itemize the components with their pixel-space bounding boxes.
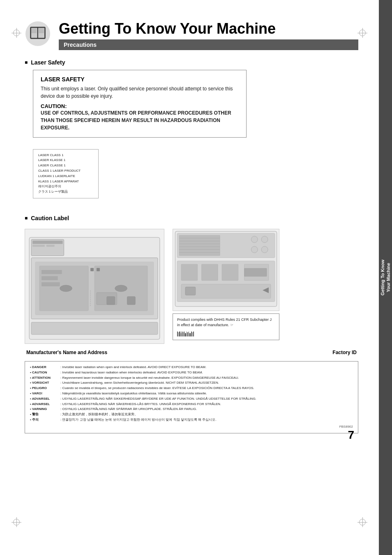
svg-rect-32 [107, 297, 115, 305]
laser-safety-body-text: This unit employs a laser. Only qualifie… [41, 85, 239, 100]
header-text-block: Getting To Know Your Machine Precautions [59, 21, 358, 50]
laser-label-box: LASER CLASS 1 LASER KLASSE 1 LASER CLASS… [33, 149, 99, 198]
svg-rect-36 [179, 235, 220, 256]
images-row: Product complies with DHHS Rules 21 CFR … [25, 229, 358, 344]
svg-rect-8 [31, 32, 37, 33]
warning-line-chinese: • 警告 : 为防止激光灼射，拆卸接本机时，请勿靠近光束旁。 [30, 412, 353, 417]
svg-point-45 [251, 246, 258, 253]
laser-safety-section: Laser Safety LASER SAFETY This unit empl… [25, 59, 358, 206]
svg-rect-6 [31, 30, 37, 30]
crosshair-bl [12, 517, 21, 527]
svg-rect-26 [42, 282, 60, 286]
subtitle-bar: Precautions [59, 39, 358, 50]
main-content: Getting To Know Your Machine Precautions… [0, 0, 379, 454]
svg-rect-50 [222, 264, 238, 281]
svg-point-46 [261, 246, 268, 253]
warning-line-caution: • CAUTION : Invisible and hazardous lase… [30, 370, 353, 375]
warning-line-peligro: • PELIGRO : Cuando se invalida el bloque… [30, 386, 353, 391]
svg-point-44 [261, 236, 268, 243]
svg-rect-16 [32, 245, 45, 247]
warning-line-varo: • VARO! : Näkymätöntä ja vaarallista las… [30, 391, 353, 396]
fbs-code: FBS8902 [30, 424, 353, 430]
machine-image-left [25, 229, 164, 344]
labels-row: Manufacturer's Name and Address Factory … [25, 350, 358, 355]
book-icon [25, 21, 51, 47]
svg-rect-52 [244, 268, 267, 276]
svg-rect-9 [39, 29, 44, 29]
dhhs-text: Product complies with DHHS Rules 21 CFR … [177, 317, 275, 328]
svg-point-22 [60, 285, 72, 292]
laser-safety-heading: Laser Safety [25, 59, 358, 66]
warning-line-varning: • VARNING : OSYNLIG LASERSTRÅLNING NÄR S… [30, 407, 353, 412]
svg-rect-7 [31, 31, 37, 32]
page-title: Getting To Know Your Machine [59, 21, 358, 37]
header-section: Getting To Know Your Machine Precautions [25, 12, 358, 50]
warning-line-danger: • DANGER : Invisible laser radiation whe… [30, 365, 353, 370]
factory-id-label: Factory ID [332, 350, 357, 355]
laser-safety-box: LASER SAFETY This unit employs a laser. … [33, 70, 247, 138]
svg-rect-28 [90, 268, 94, 271]
laser-caution-text: USE OF CONTROLS, ADJUSTMENTS OR PERFORMA… [41, 109, 239, 131]
svg-rect-5 [31, 29, 37, 29]
svg-rect-27 [31, 322, 158, 334]
side-tab: Getting To Know Your Machine [379, 0, 392, 555]
svg-point-43 [251, 236, 258, 243]
warning-line-attention: • ATTENTION : Rayonnement laser invisibl… [30, 375, 353, 381]
warning-line-korean: • 주의 : 연결장치가 고장 났을 때에는 눈에 보이지않고 위험한 레이저 … [30, 417, 353, 423]
warning-line-advarsel1: • ADVARSEL : USYNLIG LASERSTRÅLING NÅR S… [30, 396, 353, 402]
svg-rect-12 [39, 32, 44, 33]
manufacturer-label: Manufacturer's Name and Address [26, 350, 107, 355]
svg-rect-10 [39, 30, 44, 30]
caution-label-section: Caution Label [25, 215, 358, 355]
svg-rect-15 [32, 241, 62, 244]
machine-right-top-image [173, 229, 279, 311]
caution-label-heading: Caution Label [25, 215, 358, 221]
warning-line-advarsel2: • ADVARSEL : USYNLIG LASERSTRÅLNING NÄR … [30, 402, 353, 407]
laser-safety-title: LASER SAFETY [41, 76, 239, 83]
side-tab-text: Getting To Know Your Machine [380, 260, 392, 295]
svg-rect-11 [39, 31, 44, 32]
svg-rect-17 [46, 245, 55, 247]
svg-rect-25 [42, 276, 58, 280]
warning-line-vorsicht: • VORSICHT : Unsichtbare Laserstrahlung,… [30, 380, 353, 386]
svg-rect-49 [202, 264, 218, 281]
crosshair-br [357, 517, 367, 527]
page-number: 7 [348, 428, 354, 442]
svg-rect-24 [42, 270, 62, 274]
warning-text-block: • DANGER : Invisible laser radiation whe… [25, 361, 358, 433]
svg-rect-33 [127, 297, 135, 305]
svg-point-23 [115, 285, 127, 292]
laser-caution-label: CAUTION: [41, 103, 239, 109]
dhhs-compliance-box: Product complies with DHHS Rules 21 CFR … [173, 313, 279, 340]
svg-rect-54 [185, 287, 196, 295]
laser-label-content: LASER CLASS 1 LASER KLASSE 1 LASER CLASS… [38, 153, 93, 195]
machine-image-right: Product complies with DHHS Rules 21 CFR … [173, 229, 279, 340]
svg-rect-29 [97, 268, 100, 271]
svg-rect-48 [181, 264, 198, 281]
barcode-element [177, 331, 275, 336]
